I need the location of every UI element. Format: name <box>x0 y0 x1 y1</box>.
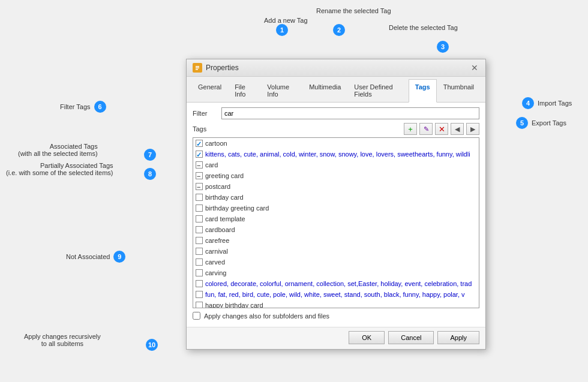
add-tag-button[interactable]: + <box>404 123 417 135</box>
tag-list-item[interactable]: card template <box>193 213 479 224</box>
tag-list-item[interactable]: carving <box>193 267 479 278</box>
dialog-title-text: Properties <box>206 64 239 72</box>
tag-checkbox[interactable] <box>196 226 203 233</box>
tag-list: cartoonkittens, cats, cute, animal, cold… <box>193 137 479 308</box>
tag-list-item[interactable]: colored, decorate, colorful, ornament, c… <box>193 278 479 289</box>
filter-row: Filter <box>193 107 479 119</box>
callout-3: 3 <box>437 41 449 53</box>
badge-7: 7 <box>144 149 156 161</box>
not-assoc-label: Not Associated <box>66 253 110 260</box>
apply-checkbox-row: Apply changes also for subfolders and fi… <box>193 308 479 322</box>
tag-list-item[interactable]: carnival <box>193 246 479 257</box>
tag-text: happy birthday card <box>205 300 263 308</box>
tag-list-item[interactable]: greeting card <box>193 170 479 181</box>
callout-delete-label: Delete the selected Tag <box>389 24 458 31</box>
tag-checkbox[interactable] <box>196 280 203 287</box>
tab-file-info[interactable]: File Info <box>228 79 260 102</box>
dialog-content: Filter Tags + ✎ ✕ ◀ ▶ cartoonkittens, ca… <box>187 103 485 327</box>
callout-not-assoc: Not Associated 9 <box>66 251 125 263</box>
tab-user-defined[interactable]: User Defined Fields <box>347 79 408 102</box>
tag-text: carefree <box>205 236 229 245</box>
apply-subfolders-label: Apply changes also for subfolders and fi… <box>204 312 329 320</box>
svg-rect-1 <box>196 66 199 67</box>
tag-text: card template <box>205 214 245 224</box>
badge-3: 3 <box>437 41 449 53</box>
tag-checkbox[interactable] <box>196 151 203 158</box>
tag-checkbox[interactable] <box>196 248 203 255</box>
next-tag-button[interactable]: ▶ <box>466 123 479 135</box>
tag-checkbox[interactable] <box>196 269 203 276</box>
badge-9: 9 <box>113 251 125 263</box>
tag-checkbox[interactable] <box>196 258 203 266</box>
tag-text: carnival <box>205 246 228 256</box>
tag-list-item[interactable]: birthday card <box>193 192 479 203</box>
dialog-titlebar: Properties ✕ <box>187 59 485 77</box>
callout-import: 4 Import Tags <box>522 97 572 109</box>
rename-tag-button[interactable]: ✎ <box>419 123 433 135</box>
badge-6: 6 <box>94 101 106 113</box>
apply-button[interactable]: Apply <box>437 331 479 344</box>
tag-checkbox[interactable] <box>196 302 203 308</box>
badge-2: 2 <box>333 24 345 36</box>
badge-5: 5 <box>516 117 528 129</box>
import-tags-label: Import Tags <box>538 100 572 107</box>
tag-checkbox[interactable] <box>196 140 203 147</box>
badge-4: 4 <box>522 97 534 109</box>
tag-text: postcard <box>205 182 230 191</box>
tag-text: colored, decorate, colorful, ornament, c… <box>205 279 472 288</box>
tab-volume-info[interactable]: Volume Info <box>260 79 302 102</box>
tag-checkbox[interactable] <box>196 172 203 179</box>
delete-tag-button[interactable]: ✕ <box>435 123 448 135</box>
tags-label: Tags <box>193 125 217 133</box>
tab-general[interactable]: General <box>191 79 228 102</box>
tab-multimedia[interactable]: Multimedia <box>302 79 347 102</box>
tag-checkbox[interactable] <box>196 161 203 169</box>
tag-checkbox[interactable] <box>196 291 203 298</box>
dialog-close-button[interactable]: ✕ <box>470 63 479 73</box>
callout-rename-label: Rename the selected Tag <box>316 7 391 14</box>
prev-tag-button[interactable]: ◀ <box>451 123 464 135</box>
tag-list-item[interactable]: postcard <box>193 181 479 192</box>
callout-add-tag-label: Add a new Tag <box>264 17 308 24</box>
tag-text: kittens, cats, cute, animal, cold, winte… <box>205 149 470 159</box>
ok-button[interactable]: OK <box>349 331 385 344</box>
tag-text: fun, fat, red, bird, cute, pole, wild, w… <box>205 290 465 299</box>
apply-subfolders-checkbox[interactable] <box>193 312 200 320</box>
callout-partial: Partially Associated Tags (i.e. with som… <box>6 162 113 176</box>
dialog-buttons: OK Cancel Apply <box>187 327 485 349</box>
tag-list-item[interactable]: carefree <box>193 235 479 246</box>
tag-list-item[interactable]: fun, fat, red, bird, cute, pole, wild, w… <box>193 289 479 300</box>
tag-checkbox[interactable] <box>196 183 203 190</box>
tag-text: greeting card <box>205 171 244 181</box>
filter-input[interactable] <box>221 107 479 119</box>
callout-2: 2 <box>333 24 345 36</box>
tag-checkbox[interactable] <box>196 237 203 244</box>
tag-checkbox[interactable] <box>196 215 203 222</box>
tag-list-item[interactable]: cartoon <box>193 138 479 149</box>
cancel-button[interactable]: Cancel <box>388 331 434 344</box>
callout-export: 5 Export Tags <box>516 117 566 129</box>
tag-list-item[interactable]: carved <box>193 257 479 267</box>
tab-thumbnail[interactable]: Thumbnail <box>437 79 481 102</box>
tab-tags[interactable]: Tags <box>409 79 437 103</box>
callout-assoc: Associated Tags (with all the selected i… <box>18 143 98 157</box>
tag-list-item[interactable]: birthday greeting card <box>193 203 479 213</box>
tag-list-item[interactable]: card <box>193 160 479 170</box>
badge-10: 10 <box>146 339 158 351</box>
tag-list-item[interactable]: happy birthday card <box>193 300 479 308</box>
svg-rect-3 <box>196 69 198 70</box>
export-tags-label: Export Tags <box>532 119 566 127</box>
tag-text: birthday card <box>205 192 244 202</box>
tag-text: cartoon <box>205 139 227 148</box>
tag-text: card <box>205 160 218 170</box>
svg-rect-2 <box>196 68 199 69</box>
tag-text: carving <box>205 268 226 278</box>
tag-checkbox[interactable] <box>196 194 203 201</box>
tag-text: cardboard <box>205 225 235 234</box>
callout-apply-recursive: Apply changes recursively to all subitem… <box>24 333 101 347</box>
tag-text: carved <box>205 257 225 267</box>
tag-list-item[interactable]: cardboard <box>193 224 479 235</box>
tag-checkbox[interactable] <box>196 204 203 212</box>
properties-dialog: Properties ✕ General File Info Volume In… <box>186 59 486 350</box>
tag-list-item[interactable]: kittens, cats, cute, animal, cold, winte… <box>193 149 479 160</box>
